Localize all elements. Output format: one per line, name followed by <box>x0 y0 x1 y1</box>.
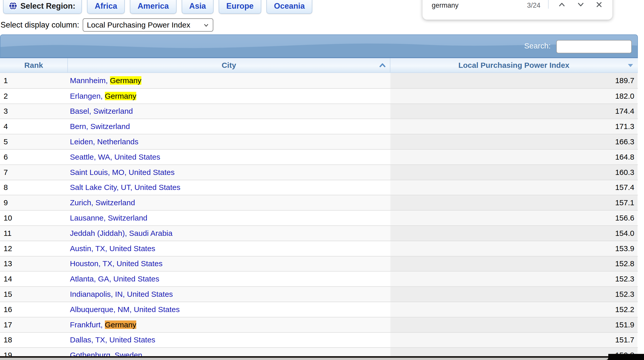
table-row: 18 Dallas, TX, United States 151.7 <box>0 332 638 348</box>
desktop-corner <box>608 354 644 360</box>
value-cell: 164.8 <box>390 150 637 164</box>
rank-cell: 9 <box>0 195 68 210</box>
city-link[interactable]: Erlangen, Germany <box>70 92 136 100</box>
find-query-input[interactable]: germany <box>432 2 459 9</box>
column-header-city[interactable]: City <box>68 58 390 72</box>
city-link[interactable]: Indianapolis, IN, United States <box>70 290 173 299</box>
city-link[interactable]: Bern, Switzerland <box>70 122 130 131</box>
region-button-oceania[interactable]: Oceania <box>266 0 313 14</box>
city-link[interactable]: Lausanne, Switzerland <box>70 214 147 222</box>
value-cell: 152.2 <box>390 302 637 317</box>
find-highlight: Germany <box>105 320 136 329</box>
city-link[interactable]: Austin, TX, United States <box>70 244 155 253</box>
table-search-input[interactable] <box>556 40 632 53</box>
table-row: 1 Mannheim, Germany 189.7 <box>0 73 638 88</box>
city-cell: Bern, Switzerland <box>68 119 390 134</box>
city-link[interactable]: Dallas, TX, United States <box>70 336 155 344</box>
city-link[interactable]: Atlanta, GA, United States <box>70 275 159 283</box>
city-cell: Atlanta, GA, United States <box>68 272 390 286</box>
table-row: 9 Zurich, Switzerland 157.1 <box>0 195 638 210</box>
region-buttons: AfricaAmericaAsiaEuropeOceania <box>87 0 312 14</box>
rank-cell: 6 <box>0 150 68 164</box>
value-cell: 152.3 <box>390 272 637 286</box>
region-button-asia[interactable]: Asia <box>182 0 214 14</box>
city-name: Leiden, Netherlands <box>70 137 139 146</box>
display-column-row: Select display column: Local Purchasing … <box>1 18 213 32</box>
city-cell: Zurich, Switzerland <box>68 195 390 210</box>
value-cell: 152.3 <box>390 287 637 302</box>
value-cell: 171.3 <box>390 119 637 134</box>
rank-cell: 18 <box>0 333 68 348</box>
city-name: Austin, TX, United States <box>70 244 155 253</box>
region-button-africa[interactable]: Africa <box>87 0 125 14</box>
find-previous-button[interactable] <box>555 0 569 12</box>
value-cell: 151.9 <box>390 317 637 332</box>
table-row: 11 Jeddah (Jiddah), Saudi Arabia 154.0 <box>0 225 638 241</box>
rank-cell: 13 <box>0 256 68 271</box>
rank-cell: 15 <box>0 287 68 302</box>
value-cell: 154.0 <box>390 226 637 241</box>
sort-asc-chevron-icon <box>379 62 386 68</box>
city-cell: Jeddah (Jiddah), Saudi Arabia <box>68 226 390 241</box>
table-row: 3 Basel, Switzerland 174.4 <box>0 104 638 119</box>
select-region-label: Select Region: <box>20 2 75 11</box>
value-cell: 151.7 <box>390 333 637 348</box>
value-cell: 189.7 <box>390 73 637 88</box>
city-cell: Austin, TX, United States <box>68 241 390 256</box>
rank-cell: 2 <box>0 89 68 104</box>
value-cell: 156.6 <box>390 211 637 225</box>
rank-cell: 3 <box>0 104 68 119</box>
city-link[interactable]: Albuquerque, NM, United States <box>70 305 180 314</box>
city-cell: Erlangen, Germany <box>68 89 390 104</box>
select-region-button[interactable]: Select Region: <box>3 0 82 14</box>
rank-cell: 14 <box>0 272 68 286</box>
rank-cell: 4 <box>0 119 68 134</box>
value-cell: 160.3 <box>390 165 637 180</box>
desktop-edge-strip <box>0 356 644 360</box>
sort-desc-triangle-icon <box>627 63 634 68</box>
city-link[interactable]: Jeddah (Jiddah), Saudi Arabia <box>70 229 172 238</box>
city-link[interactable]: Zurich, Switzerland <box>70 198 135 207</box>
city-link[interactable]: Leiden, Netherlands <box>70 137 139 146</box>
city-cell: Seattle, WA, United States <box>68 150 390 164</box>
city-cell: Salt Lake City, UT, United States <box>68 180 390 195</box>
city-cell: Mannheim, Germany <box>68 73 390 88</box>
city-link[interactable]: Basel, Switzerland <box>70 107 133 115</box>
table-row: 4 Bern, Switzerland 171.3 <box>0 119 638 134</box>
city-cell: Houston, TX, United States <box>68 256 390 271</box>
table-toolbar-band: Search: <box>0 34 638 58</box>
rank-cell: 12 <box>0 241 68 256</box>
region-button-america[interactable]: America <box>130 0 176 14</box>
display-column-select[interactable]: Local Purchasing Power Index <box>83 18 213 32</box>
table-row: 16 Albuquerque, NM, United States 152.2 <box>0 302 638 317</box>
city-link[interactable]: Frankfurt, Germany <box>70 320 136 329</box>
city-link[interactable]: Seattle, WA, United States <box>70 153 160 161</box>
column-header-value[interactable]: Local Purchasing Power Index <box>390 58 637 72</box>
find-highlight: Germany <box>105 92 136 100</box>
city-link[interactable]: Salt Lake City, UT, United States <box>70 183 180 192</box>
table-row: 15 Indianapolis, IN, United States 152.3 <box>0 286 638 302</box>
find-next-button[interactable] <box>574 0 588 12</box>
globe-icon <box>9 2 17 10</box>
value-cell: 174.4 <box>390 104 637 119</box>
page: Select Region: AfricaAmericaAsiaEuropeOc… <box>0 0 644 360</box>
region-button-europe[interactable]: Europe <box>219 0 261 14</box>
select-chevron-icon <box>203 22 209 28</box>
city-link[interactable]: Mannheim, Germany <box>70 76 141 85</box>
value-cell: 166.3 <box>390 134 637 149</box>
table-row: 5 Leiden, Netherlands 166.3 <box>0 134 638 149</box>
table-row: 7 Saint Louis, MO, United States 160.3 <box>0 164 638 180</box>
table-row: 10 Lausanne, Switzerland 156.6 <box>0 210 638 225</box>
find-highlight: Germany <box>110 76 141 85</box>
region-bar: Select Region: AfricaAmericaAsiaEuropeOc… <box>3 0 312 14</box>
city-link[interactable]: Saint Louis, MO, United States <box>70 168 175 177</box>
city-cell: Indianapolis, IN, United States <box>68 287 390 302</box>
city-link[interactable]: Houston, TX, United States <box>70 259 163 268</box>
city-name: Houston, TX, United States <box>70 259 163 268</box>
column-header-rank[interactable]: Rank <box>0 58 68 72</box>
find-close-button[interactable] <box>592 0 606 12</box>
city-name: Jeddah (Jiddah), Saudi Arabia <box>70 229 172 237</box>
display-column-label: Select display column: <box>1 20 79 30</box>
chevron-down-icon <box>576 0 585 9</box>
data-table: Search: Rank City Local Purchasing Power… <box>0 34 638 360</box>
